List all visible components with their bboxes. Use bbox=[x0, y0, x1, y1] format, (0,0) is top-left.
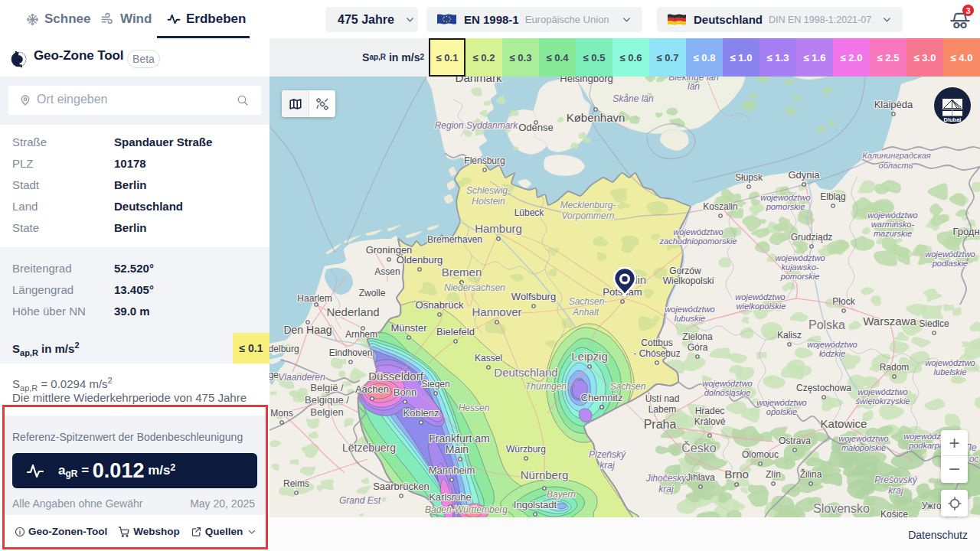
svg-text:pomorskie: pomorskie bbox=[780, 272, 820, 281]
svg-text:Warszawa: Warszawa bbox=[863, 315, 916, 328]
svg-text:Гродн: Гродн bbox=[952, 226, 979, 237]
svg-text:Prešovský: Prešovský bbox=[874, 474, 917, 485]
svg-text:Siegen: Siegen bbox=[421, 379, 449, 390]
svg-text:Leipzig: Leipzig bbox=[571, 350, 608, 363]
svg-text:Hessen: Hessen bbox=[459, 403, 490, 413]
svg-text:Králové: Králové bbox=[694, 416, 726, 427]
svg-text:wielkopolskie: wielkopolskie bbox=[737, 302, 786, 311]
svg-text:Praha: Praha bbox=[644, 418, 677, 431]
svg-text:Ingolstadt: Ingolstadt bbox=[514, 499, 557, 510]
svg-text:Baden-Württemberg: Baden-Württemberg bbox=[425, 504, 508, 515]
svg-text:Bielefeld: Bielefeld bbox=[436, 326, 475, 337]
svg-text:Karlsruhe: Karlsruhe bbox=[429, 491, 472, 503]
svg-text:województwo: województwo bbox=[838, 434, 888, 443]
svg-text:Sachsen-: Sachsen- bbox=[569, 296, 608, 307]
svg-text:Nürnberg: Nürnberg bbox=[521, 468, 569, 481]
svg-text:Grudziądz: Grudziądz bbox=[791, 232, 833, 243]
svg-text:Hannover: Hannover bbox=[472, 305, 521, 318]
svg-text:Dlubal: Dlubal bbox=[944, 116, 962, 123]
svg-text:Kalisz: Kalisz bbox=[777, 330, 802, 341]
svg-text:Deutschland: Deutschland bbox=[494, 366, 557, 379]
svg-text:lubelskie: lubelskie bbox=[934, 367, 967, 377]
svg-text:opolskie: opolskie bbox=[766, 407, 797, 416]
svg-text:län: län bbox=[688, 81, 700, 92]
svg-text:Hradec: Hradec bbox=[695, 406, 725, 416]
svg-text:Holstein: Holstein bbox=[472, 196, 505, 207]
svg-text:Lübeck: Lübeck bbox=[514, 207, 545, 218]
svg-text:Danmark: Danmark bbox=[456, 77, 502, 84]
svg-text:warmińsko-: warmińsko- bbox=[871, 220, 915, 229]
svg-text:ос: ос bbox=[969, 454, 979, 465]
svg-text:Eindhoven: Eindhoven bbox=[329, 347, 373, 358]
svg-text:świętokrzyskie: świętokrzyskie bbox=[856, 396, 910, 406]
svg-text:Radom: Radom bbox=[880, 362, 910, 373]
svg-text:województwo: województwo bbox=[807, 340, 857, 349]
svg-text:kraj: kraj bbox=[658, 484, 674, 494]
svg-text:Koblenz: Koblenz bbox=[403, 407, 439, 419]
svg-text:Vlaanderen: Vlaanderen bbox=[278, 372, 325, 383]
svg-text:Bayern: Bayern bbox=[547, 489, 576, 500]
svg-text:lubuskie: lubuskie bbox=[675, 314, 705, 323]
svg-text:Cottbus: Cottbus bbox=[641, 337, 672, 348]
svg-text:København: København bbox=[567, 111, 626, 124]
svg-text:województwo: województwo bbox=[735, 292, 785, 302]
svg-text:Flensburg: Flensburg bbox=[464, 155, 505, 166]
svg-text:Siedlce: Siedlce bbox=[919, 318, 949, 329]
svg-text:Saarbrücken: Saarbrücken bbox=[373, 481, 430, 492]
svg-text:Den Haag: Den Haag bbox=[283, 324, 332, 336]
svg-text:Nederland: Nederland bbox=[326, 305, 379, 318]
svg-text:Münster: Münster bbox=[391, 322, 428, 334]
svg-text:Gdynia: Gdynia bbox=[788, 169, 820, 181]
svg-text:Hamburg: Hamburg bbox=[475, 222, 522, 235]
svg-text:Bremerhaven: Bremerhaven bbox=[427, 234, 482, 245]
svg-text:Region Syddanmark: Region Syddanmark bbox=[435, 120, 519, 131]
svg-text:область: область bbox=[879, 161, 913, 170]
svg-text:Schleswig-: Schleswig- bbox=[466, 185, 511, 196]
svg-text:Wolfsburg: Wolfsburg bbox=[511, 291, 556, 302]
svg-text:Калининградская: Калининградская bbox=[862, 151, 931, 160]
svg-text:Würzburg: Würzburg bbox=[506, 444, 546, 455]
svg-text:Zwolle: Zwolle bbox=[359, 288, 386, 298]
svg-text:Groningen: Groningen bbox=[366, 244, 413, 256]
svg-text:België /: België / bbox=[310, 382, 344, 393]
svg-text:Chemnitz: Chemnitz bbox=[581, 392, 623, 403]
svg-text:Mons: Mons bbox=[270, 408, 292, 419]
svg-text:iddelburg: iddelburg bbox=[270, 344, 299, 354]
svg-text:Płock: Płock bbox=[832, 296, 855, 307]
svg-text:Wielkopolski: Wielkopolski bbox=[663, 276, 714, 286]
svg-text:Zielona: Zielona bbox=[682, 331, 713, 342]
svg-text:województwo: województwo bbox=[702, 379, 752, 388]
svg-text:Reims: Reims bbox=[283, 478, 309, 489]
svg-text:Ústí nad: Ústí nad bbox=[645, 393, 680, 404]
svg-text:dolnośląskie: dolnośląskie bbox=[704, 388, 751, 397]
svg-text:Elbląg: Elbląg bbox=[820, 191, 845, 202]
svg-text:kraj: kraj bbox=[888, 485, 903, 496]
svg-text:Arnhem: Arnhem bbox=[345, 329, 377, 340]
svg-text:Česko: Česko bbox=[681, 441, 716, 455]
svg-text:Labem: Labem bbox=[648, 404, 677, 415]
svg-text:Belgique /: Belgique / bbox=[305, 394, 349, 406]
svg-text:Jihlava: Jihlava bbox=[686, 472, 715, 483]
svg-text:województwo: województwo bbox=[925, 249, 975, 259]
svg-text:Main: Main bbox=[446, 443, 469, 455]
svg-text:województwo: województwo bbox=[673, 227, 723, 236]
svg-text:Düsseldorf: Düsseldorf bbox=[368, 370, 424, 383]
svg-text:mazurskie: mazurskie bbox=[874, 229, 912, 238]
svg-text:Katowice: Katowice bbox=[821, 417, 867, 430]
svg-text:województwo: województwo bbox=[760, 193, 810, 202]
svg-text:Slovensko: Slovensko bbox=[813, 502, 870, 515]
svg-text:Częstochowa: Częstochowa bbox=[796, 383, 851, 393]
svg-text:Košice: Košice bbox=[880, 509, 908, 517]
svg-text:Góra: Góra bbox=[688, 342, 708, 353]
svg-text:Słupsk: Słupsk bbox=[735, 172, 763, 183]
svg-text:Lëtzebuerg: Lëtzebuerg bbox=[342, 442, 396, 454]
svg-text:Mannheim: Mannheim bbox=[429, 465, 475, 476]
svg-text:Klaipėda: Klaipėda bbox=[874, 99, 913, 110]
svg-text:Kassel: Kassel bbox=[475, 353, 502, 364]
svg-text:pomorskie: pomorskie bbox=[766, 202, 805, 211]
svg-text:Haarlem: Haarlem bbox=[297, 293, 332, 304]
svg-text:Gorzów: Gorzów bbox=[669, 266, 701, 276]
svg-text:kraj: kraj bbox=[599, 460, 615, 471]
svg-text:Grand Est: Grand Est bbox=[339, 495, 381, 506]
svg-text:Odense: Odense bbox=[518, 122, 554, 133]
